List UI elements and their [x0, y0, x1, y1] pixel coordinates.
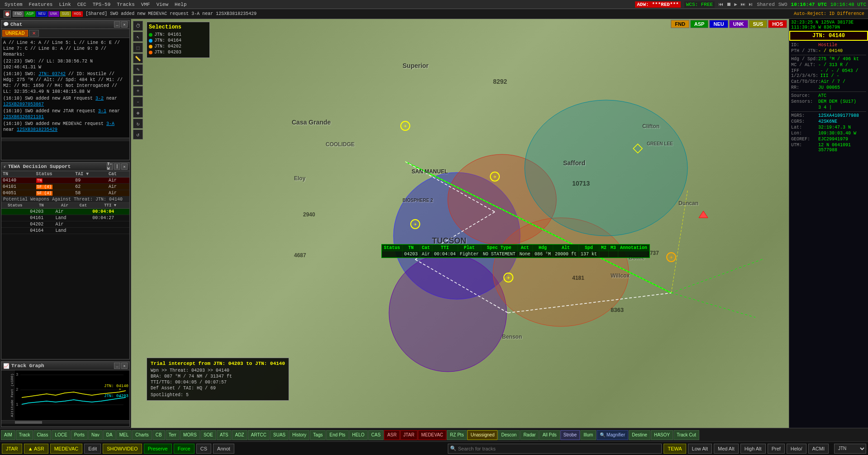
menu-tps59[interactable]: TPS-59	[90, 2, 114, 7]
map-tool-rotate-ccw[interactable]: ↺	[133, 129, 143, 139]
bb2-med-alt[interactable]: Med Alt	[714, 444, 739, 454]
bb-track-cut[interactable]: Track Cut	[674, 430, 699, 440]
tewa-pin[interactable]: |	[114, 163, 120, 170]
aircraft-04203[interactable]: ✈	[490, 172, 500, 182]
selection-item-1[interactable]: JTN: 04161	[149, 32, 208, 37]
bb-tags[interactable]: Tags	[310, 430, 326, 440]
bb2-force[interactable]: Force	[174, 444, 194, 454]
chat-unread-btn[interactable]: UNREAD	[2, 30, 28, 37]
map-tool-rotate-cw[interactable]: ↻	[133, 119, 143, 129]
graph-minimize[interactable]: _	[114, 363, 120, 369]
bb-radar[interactable]: Radar	[520, 430, 539, 440]
notif-icon[interactable]: ⏰	[4, 10, 11, 18]
bb-endpts[interactable]: End Pts	[326, 430, 348, 440]
table-row[interactable]: 04140 TN 89 Air	[1, 177, 129, 184]
chat-scrollbar[interactable]	[1, 138, 129, 141]
bb-nav[interactable]: Nav	[88, 430, 103, 440]
bb-mors[interactable]: MORS	[180, 430, 200, 440]
selection-item-2[interactable]: JTN: 04164	[149, 38, 208, 43]
bb-da[interactable]: DA	[103, 430, 116, 440]
bb-history[interactable]: History	[289, 430, 309, 440]
menu-view[interactable]: View	[154, 2, 171, 7]
bb-helo[interactable]: HELO	[349, 430, 368, 440]
jtn-dropdown[interactable]: JTN TN Call Sign	[834, 444, 866, 454]
bb-asr[interactable]: ASR	[384, 430, 400, 440]
bb-illum[interactable]: Illum	[580, 430, 596, 440]
chat-minimize[interactable]: _	[114, 21, 120, 28]
bb2-cs[interactable]: CS	[196, 444, 211, 454]
map-tool-zoom-in[interactable]: +	[133, 86, 143, 96]
map-tool-draw[interactable]: ✎	[133, 64, 143, 74]
bb-cas[interactable]: CAS	[368, 430, 384, 440]
bb-adz[interactable]: ADZ	[232, 430, 247, 440]
func-neu[interactable]: NEU	[709, 20, 728, 28]
bb-magnifier[interactable]: 🔍 Magnifier	[597, 430, 628, 440]
bb2-high-alt[interactable]: High Alt	[740, 444, 766, 454]
map-tool-select[interactable]: ⬚	[133, 43, 143, 53]
bb-track[interactable]: Track	[16, 430, 33, 440]
bb2-acmi[interactable]: ACMI	[808, 444, 829, 454]
func-hos[interactable]: HOS	[768, 20, 787, 28]
bb2-edit[interactable]: Edit	[84, 444, 101, 454]
map-tool-measure[interactable]: 📏	[133, 53, 143, 63]
chat-close[interactable]: ✕	[121, 21, 128, 28]
aircraft-04202[interactable]: ✈	[503, 273, 513, 283]
track-detail-popup[interactable]: Status TN Cat TTI Plat Spec Type Act Hdg…	[381, 244, 650, 258]
map-tool-cursor[interactable]: ↖	[133, 32, 143, 42]
func-asp[interactable]: ASP	[690, 20, 709, 28]
graph-close[interactable]: ✕	[121, 363, 128, 369]
table-row[interactable]: 04203 Air 00:04:04 Fighter NO STATEMENT …	[382, 251, 649, 257]
func-unk[interactable]: UNK	[729, 20, 748, 28]
bb-terr[interactable]: Terr	[166, 430, 180, 440]
graph-scrollbar[interactable]	[1, 420, 129, 424]
tewa-minimize[interactable]: T-W	[107, 163, 113, 170]
bb2-helo[interactable]: Helo/	[787, 444, 806, 454]
aircraft-04161[interactable]: ✈	[400, 121, 410, 131]
table-row[interactable]: 04164 Land	[1, 228, 129, 234]
menu-link[interactable]: Link	[56, 2, 73, 7]
bb-mel[interactable]: MEL	[116, 430, 132, 440]
bb-cb[interactable]: CB	[152, 430, 165, 440]
table-row[interactable]: 04202 Air	[1, 221, 129, 228]
table-row[interactable]: 04101 SF (4) 62 Air	[1, 184, 129, 190]
bb2-showvideo[interactable]: SHOWVIDEO	[103, 444, 142, 454]
bb-jtar[interactable]: JTAR	[400, 430, 417, 440]
menu-tracks[interactable]: Tracks	[114, 2, 138, 7]
bb-allpds[interactable]: All Pds	[539, 430, 560, 440]
menu-features[interactable]: Features	[26, 2, 56, 7]
bb-ats[interactable]: ATS	[217, 430, 232, 440]
bb-descon[interactable]: Descon	[498, 430, 520, 440]
map-area[interactable]: ⏱ ↖ ⬚ 📏 ✎ ★ + - ✥ ↻ ↺ FND ASP NEU UNK SU…	[131, 19, 789, 428]
tewa-close[interactable]: ✕	[121, 163, 128, 170]
selection-item-3[interactable]: JTN: 04202	[149, 44, 208, 49]
bb-hasoy[interactable]: HASOY	[651, 430, 673, 440]
bb2-tewa[interactable]: TEWA	[664, 444, 686, 454]
func-find[interactable]: FND	[671, 20, 689, 28]
bb-artcc[interactable]: ARTCC	[248, 430, 270, 440]
bb-ports[interactable]: Ports	[71, 430, 88, 440]
menu-vmf[interactable]: VMF	[138, 2, 153, 7]
bb-unassigned[interactable]: Unassigned	[467, 430, 498, 440]
menu-system[interactable]: System	[2, 2, 25, 7]
table-row[interactable]: 04203 Air 00:04:04	[1, 209, 129, 215]
chat-content[interactable]: A // Line 4: A // Line 5: L // Line 6: E…	[1, 38, 129, 138]
bb2-pref[interactable]: Pref	[768, 444, 785, 454]
menu-help[interactable]: Help	[172, 2, 189, 7]
bb-charts[interactable]: Charts	[132, 430, 152, 440]
track-search-box[interactable]: 🔍	[448, 444, 662, 454]
table-row[interactable]: 04051 SF (4) 58 Air	[1, 190, 129, 196]
bb-class[interactable]: Class	[33, 430, 51, 440]
bb2-preserve[interactable]: Preserve	[144, 444, 172, 454]
bb2-annot[interactable]: Annot	[213, 444, 234, 454]
chat-close-btn[interactable]: ✕	[29, 30, 39, 37]
bb2-low-alt[interactable]: Low Alt	[688, 444, 712, 454]
map-tool-symbol[interactable]: ★	[133, 75, 143, 85]
bb-strobe[interactable]: Strobe	[560, 430, 580, 440]
bb2-medevac[interactable]: MEDEVAC	[50, 444, 83, 454]
aircraft-04140[interactable]: ✈	[666, 252, 676, 262]
selection-item-4[interactable]: JTN: 04203	[149, 50, 208, 55]
bb-medevac[interactable]: MEDEVAC	[418, 430, 446, 440]
map-tool-clock[interactable]: ⏱	[133, 21, 143, 31]
bb-rzpts[interactable]: RZ Pts	[447, 430, 467, 440]
bb-suas[interactable]: SUAS	[270, 430, 289, 440]
